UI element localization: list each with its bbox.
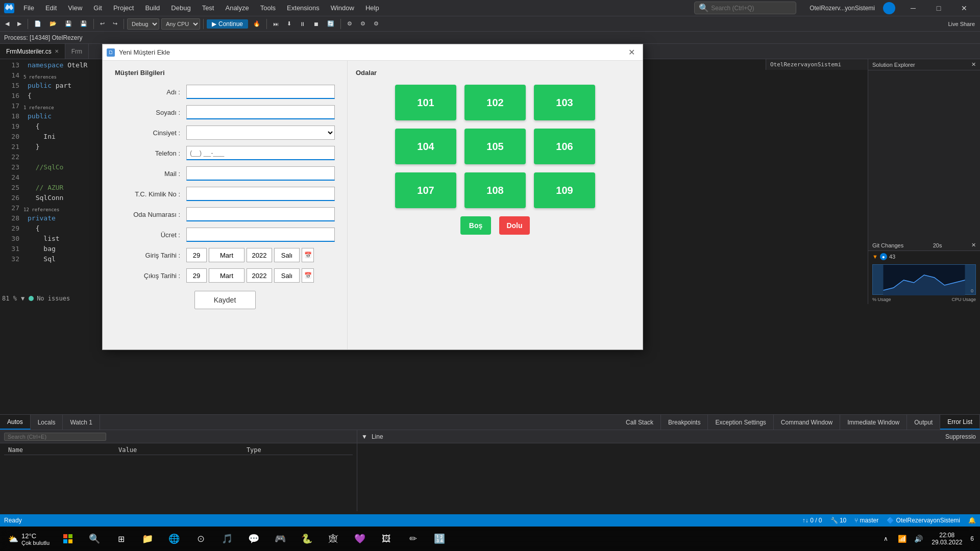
- search-input[interactable]: [711, 5, 782, 12]
- continue-button[interactable]: ▶ Continue: [207, 19, 248, 29]
- cikis-calendar-icon[interactable]: 📅: [302, 268, 314, 283]
- taskbar-edge[interactable]: 🌐: [162, 529, 186, 549]
- room-102[interactable]: 102: [464, 85, 526, 120]
- tc-input[interactable]: [186, 187, 335, 201]
- toolbar-step-over[interactable]: ⏭: [270, 20, 282, 28]
- adi-input[interactable]: [186, 85, 335, 99]
- fire-icon-btn[interactable]: 🔥: [250, 19, 263, 28]
- menu-analyze[interactable]: Analyze: [220, 2, 254, 14]
- minimize-button[interactable]: ─: [901, 0, 925, 16]
- user-avatar[interactable]: [883, 2, 895, 14]
- toolbar-back[interactable]: ◀: [2, 19, 12, 28]
- taskbar-explorer[interactable]: 📁: [135, 529, 160, 549]
- telefon-input[interactable]: [186, 146, 335, 160]
- editor-tab-frm[interactable]: Frm: [65, 44, 89, 59]
- taskbar-spotify[interactable]: 🎵: [215, 529, 239, 549]
- solution-explorer-close[interactable]: ✕: [971, 61, 976, 68]
- cikis-year-input[interactable]: [247, 268, 272, 283]
- toolbar-stop[interactable]: ⏹: [310, 20, 322, 28]
- toolbar-new[interactable]: 📄: [31, 19, 44, 28]
- tab-locals[interactable]: Locals: [31, 415, 63, 430]
- toolbar-misc3[interactable]: ⚙: [371, 19, 382, 28]
- tab-immediate-window[interactable]: Immediate Window: [840, 415, 907, 430]
- menu-build[interactable]: Build: [140, 2, 165, 14]
- toolbar-save-all[interactable]: 💾: [77, 19, 90, 28]
- menu-debug[interactable]: Debug: [166, 2, 195, 14]
- giris-calendar-icon[interactable]: 📅: [302, 248, 314, 262]
- debug-config-select[interactable]: Debug: [127, 18, 159, 30]
- taskbar-start[interactable]: [56, 529, 80, 549]
- tab-watch1[interactable]: Watch 1: [63, 415, 100, 430]
- global-search[interactable]: 🔍: [694, 2, 796, 14]
- cikis-dayname-input[interactable]: [274, 268, 300, 283]
- toolbar-open[interactable]: 📂: [46, 19, 60, 28]
- menu-edit[interactable]: Edit: [40, 2, 62, 14]
- tray-volume[interactable]: 🔊: [911, 529, 925, 549]
- cikis-month-input[interactable]: [209, 268, 244, 283]
- toolbar-save[interactable]: 💾: [62, 19, 75, 28]
- taskbar-vs[interactable]: 💜: [348, 529, 372, 549]
- menu-file[interactable]: File: [18, 2, 39, 14]
- tab-autos[interactable]: Autos: [0, 415, 31, 430]
- toolbar-redo[interactable]: ↪: [110, 19, 120, 28]
- taskbar-chrome[interactable]: ⊙: [188, 529, 213, 549]
- oda-input[interactable]: [186, 207, 335, 221]
- taskbar-search[interactable]: 🔍: [82, 529, 107, 549]
- tab-error-list[interactable]: Error List: [940, 415, 980, 430]
- menu-extensions[interactable]: Extensions: [282, 2, 325, 14]
- taskbar-pycharm[interactable]: 🐍: [295, 529, 319, 549]
- editor-tab-frmmusteriler[interactable]: FrmMusteriler.cs ✕: [0, 44, 65, 59]
- tab-breakpoints[interactable]: Breakpoints: [661, 415, 708, 430]
- ucret-input[interactable]: [186, 228, 335, 242]
- giris-month-input[interactable]: [209, 248, 244, 262]
- toolbar-misc2[interactable]: ⚙: [357, 19, 369, 28]
- cpu-select[interactable]: Any CPU: [161, 18, 200, 30]
- menu-git[interactable]: Git: [88, 2, 107, 14]
- giris-dayname-input[interactable]: [274, 248, 300, 262]
- taskbar-calculator[interactable]: 🔢: [427, 529, 452, 549]
- taskbar-clock[interactable]: 22:08 29.03.2022: [927, 532, 966, 546]
- menu-window[interactable]: Window: [326, 2, 359, 14]
- tab-exception-settings[interactable]: Exception Settings: [708, 415, 773, 430]
- giris-year-input[interactable]: [247, 248, 272, 262]
- tray-chevron[interactable]: ∧: [878, 529, 893, 549]
- menu-project[interactable]: Project: [108, 2, 139, 14]
- maximize-button[interactable]: □: [927, 0, 950, 16]
- save-button[interactable]: Kaydet: [194, 291, 256, 309]
- tab-close-frmmusteriler[interactable]: ✕: [55, 48, 59, 54]
- room-105[interactable]: 105: [464, 129, 526, 164]
- toolbar-pause[interactable]: ⏸: [297, 20, 308, 28]
- toolbar-misc1[interactable]: ⚙: [344, 19, 355, 28]
- mail-input[interactable]: [186, 166, 335, 181]
- room-104[interactable]: 104: [395, 129, 456, 164]
- taskbar-webstorm[interactable]: 🕸: [321, 529, 346, 549]
- tab-call-stack[interactable]: Call Stack: [619, 415, 661, 430]
- soyadi-input[interactable]: [186, 105, 335, 119]
- room-103[interactable]: 103: [534, 85, 595, 120]
- toolbar-restart[interactable]: 🔄: [324, 19, 337, 28]
- taskbar-photoshop[interactable]: 🖼: [374, 529, 399, 549]
- tray-notification-count[interactable]: 6: [968, 535, 976, 542]
- room-101[interactable]: 101: [395, 85, 456, 120]
- toolbar-step-into[interactable]: ⬇: [284, 19, 295, 28]
- menu-view[interactable]: View: [63, 2, 87, 14]
- menu-test[interactable]: Test: [197, 2, 219, 14]
- taskbar-taskview[interactable]: ⊞: [109, 529, 133, 549]
- taskbar-discord[interactable]: 💬: [241, 529, 266, 549]
- giris-day-input[interactable]: [186, 248, 207, 262]
- dialog-close-button[interactable]: ✕: [624, 45, 639, 60]
- tab-output[interactable]: Output: [907, 415, 940, 430]
- room-108[interactable]: 108: [464, 172, 526, 208]
- cikis-day-input[interactable]: [186, 268, 207, 283]
- toolbar-forward[interactable]: ▶: [14, 19, 24, 28]
- live-share-button[interactable]: Live Share: [945, 20, 978, 28]
- toolbar-undo[interactable]: ↩: [97, 19, 108, 28]
- taskbar-xd[interactable]: ✏: [401, 529, 425, 549]
- git-graph-close[interactable]: ✕: [971, 242, 976, 248]
- room-107[interactable]: 107: [395, 172, 456, 208]
- tab-command-window[interactable]: Command Window: [774, 415, 840, 430]
- room-106[interactable]: 106: [534, 129, 595, 164]
- menu-help[interactable]: Help: [360, 2, 384, 14]
- close-button[interactable]: ✕: [952, 0, 976, 16]
- taskbar-rider[interactable]: 🎮: [268, 529, 292, 549]
